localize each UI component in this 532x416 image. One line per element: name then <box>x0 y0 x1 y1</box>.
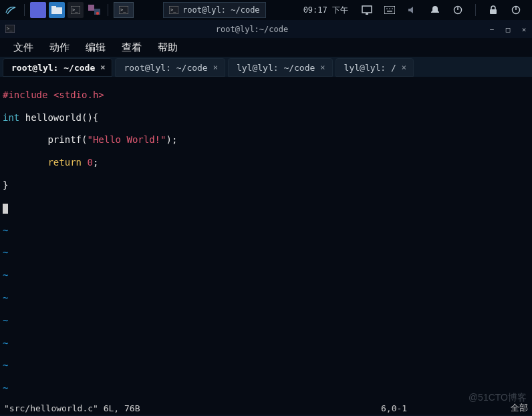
keyboard-icon[interactable] <box>382 2 398 18</box>
task-terminal-window[interactable]: >_ root@lyl: ~/code <box>163 2 266 18</box>
menu-help[interactable]: 帮助 <box>150 39 186 57</box>
svg-text:>_: >_ <box>7 26 13 31</box>
tab-2[interactable]: root@lyl: ~/code × <box>115 58 225 77</box>
tab-close-icon[interactable]: × <box>100 63 105 72</box>
files-icon[interactable] <box>49 2 65 18</box>
editor-area[interactable]: #include <stdio.h> int helloworld(){ pri… <box>0 77 532 401</box>
menu-view[interactable]: 查看 <box>114 39 150 57</box>
svg-text:>_: >_ <box>120 7 126 13</box>
minimize-button[interactable]: − <box>484 21 500 37</box>
svg-point-6 <box>96 12 99 15</box>
tab-label: lyl@lyl: / <box>344 63 396 73</box>
menu-edit[interactable]: 编辑 <box>78 39 114 57</box>
tab-close-icon[interactable]: × <box>320 63 325 72</box>
svg-rect-11 <box>362 6 372 13</box>
svg-rect-1 <box>51 6 56 9</box>
titlebar[interactable]: >_ root@lyl:~/code − □ × <box>0 21 532 38</box>
logout-icon[interactable] <box>508 2 524 18</box>
tab-4[interactable]: lyl@lyl: / × <box>336 58 414 77</box>
svg-rect-13 <box>384 6 395 14</box>
svg-point-15 <box>389 8 390 9</box>
svg-text:>_: >_ <box>170 7 176 13</box>
terminal-icon-1[interactable]: >_ <box>68 2 84 18</box>
tabbar: root@lyl: ~/code × root@lyl: ~/code × ly… <box>0 57 532 77</box>
close-button[interactable]: × <box>516 21 532 37</box>
window-title: root@lyl:~/code <box>20 25 484 34</box>
status-cursor: 6,0-1 <box>381 403 488 413</box>
blog-watermark: @51CTO博客 <box>469 392 527 404</box>
tab-close-icon[interactable]: × <box>402 63 406 72</box>
window-icon: >_ <box>0 25 20 35</box>
power-icon[interactable] <box>450 2 466 18</box>
svg-point-16 <box>392 8 393 9</box>
tab-1[interactable]: root@lyl: ~/code × <box>3 58 112 77</box>
tab-3[interactable]: lyl@lyl: ~/code × <box>228 58 333 77</box>
tab-label: root@lyl: ~/code <box>11 63 95 73</box>
svg-text:>_: >_ <box>72 7 78 13</box>
cursor <box>3 204 8 214</box>
tab-close-icon[interactable]: × <box>213 63 218 72</box>
task-terminal-mini[interactable]: >_ <box>114 2 134 18</box>
terminal-window: >_ root@lyl:~/code − □ × 文件 动作 编辑 查看 帮助 … <box>0 21 532 415</box>
menu-file[interactable]: 文件 <box>5 39 41 57</box>
tab-label: root@lyl: ~/code <box>124 63 207 73</box>
svg-rect-12 <box>366 13 368 15</box>
svg-point-14 <box>386 8 388 9</box>
svg-rect-4 <box>88 5 94 11</box>
taskbar: >_ >_ >_ root@lyl: ~/code 09:17 下午 <box>0 0 532 20</box>
notification-icon[interactable] <box>427 2 443 18</box>
task-label: root@lyl: ~/code <box>182 5 260 15</box>
svg-rect-17 <box>387 11 392 12</box>
clock[interactable]: 09:17 下午 <box>299 5 352 16</box>
app-icon-2[interactable] <box>86 2 102 18</box>
maximize-button[interactable]: □ <box>500 21 516 37</box>
app-icon-1[interactable] <box>30 2 46 18</box>
display-icon[interactable] <box>359 2 375 18</box>
vim-statusbar: "src/helloworld.c" 6L, 76B 6,0-1 全部 <box>0 401 532 415</box>
svg-rect-19 <box>490 9 497 14</box>
status-file: "src/helloworld.c" 6L, 76B <box>4 403 381 413</box>
menubar: 文件 动作 编辑 查看 帮助 <box>0 38 532 57</box>
lock-icon[interactable] <box>485 2 501 18</box>
menu-action[interactable]: 动作 <box>41 39 78 57</box>
volume-icon[interactable] <box>404 2 420 18</box>
tab-label: lyl@lyl: ~/code <box>237 63 315 73</box>
kali-menu-icon[interactable] <box>3 2 19 18</box>
